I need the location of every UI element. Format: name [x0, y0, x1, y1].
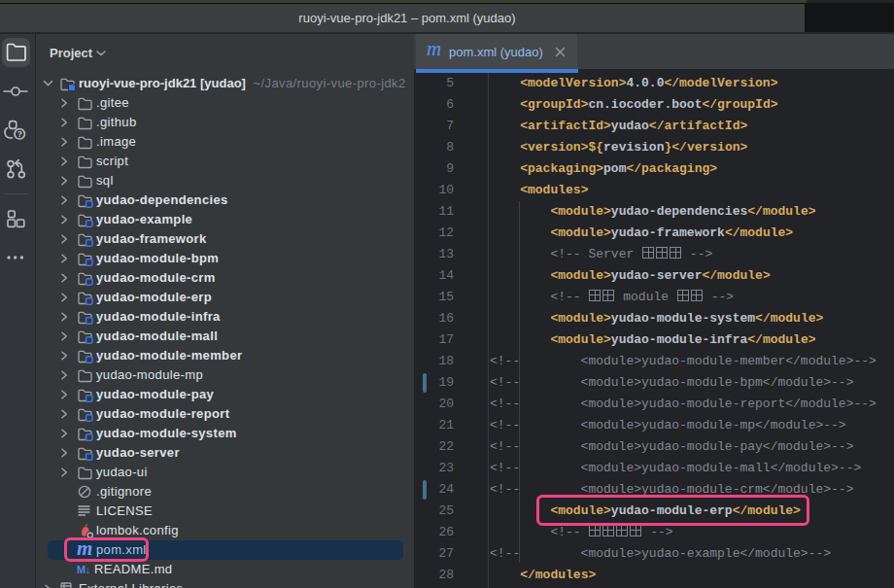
svg-text:m: m: [427, 37, 441, 60]
